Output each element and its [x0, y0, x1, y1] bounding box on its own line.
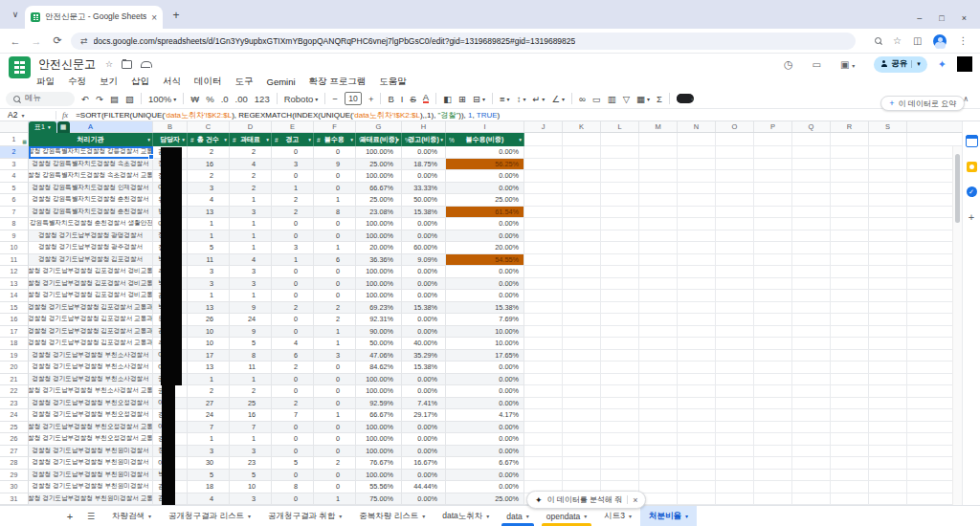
empty-cell[interactable]: [524, 433, 563, 446]
menu-data[interactable]: 데이터: [194, 76, 222, 88]
empty-cell[interactable]: [639, 338, 678, 350]
cell-value[interactable]: 5: [230, 470, 272, 482]
empty-cell[interactable]: [754, 422, 792, 434]
row-number-12[interactable]: 12: [0, 266, 29, 278]
empty-cell[interactable]: [716, 290, 754, 302]
cell-value[interactable]: 0: [314, 374, 356, 386]
empty-cell[interactable]: [601, 338, 639, 350]
font-size-decrease-icon[interactable]: −: [332, 94, 338, 104]
cell-value[interactable]: 0: [272, 433, 314, 446]
empty-cell[interactable]: [831, 362, 869, 374]
cell-value[interactable]: 84.62%: [356, 362, 402, 374]
cell-org[interactable]: 경찰청 경기도남부경찰청 김포경찰서 교통과: [29, 326, 153, 339]
strikethrough-icon[interactable]: S: [410, 94, 415, 104]
empty-cell[interactable]: [754, 218, 792, 230]
empty-cell[interactable]: [869, 133, 907, 146]
vertical-align-icon[interactable]: ↕▾: [517, 94, 526, 104]
menu-insert[interactable]: 삽입: [131, 76, 149, 88]
empty-cell[interactable]: [601, 254, 639, 267]
cell-value[interactable]: 0.00%: [402, 470, 446, 482]
cell-value[interactable]: 23: [230, 457, 272, 470]
menu-edit[interactable]: 수정: [68, 76, 86, 88]
empty-cell[interactable]: [678, 338, 716, 350]
empty-cell[interactable]: [792, 194, 831, 207]
cell-value[interactable]: 20.00%: [446, 242, 524, 254]
cell-value[interactable]: 0.00%: [446, 362, 524, 374]
empty-cell[interactable]: [831, 194, 869, 207]
cell-value[interactable]: 0: [272, 278, 314, 291]
empty-cell[interactable]: [754, 133, 792, 146]
cell-value[interactable]: 0.00%: [446, 183, 524, 195]
empty-cell[interactable]: [563, 159, 601, 171]
row-number-1[interactable]: 1▦: [0, 133, 29, 146]
font-select[interactable]: Roboto▾: [284, 94, 319, 104]
empty-cell[interactable]: [639, 302, 678, 315]
empty-cell[interactable]: [792, 470, 831, 482]
name-box[interactable]: A2 ▾: [0, 110, 50, 120]
filter-views-icon[interactable]: ▦▾: [636, 94, 650, 104]
cell-org[interactable]: 경찰청 경기도남부경찰청 부천오정경찰서: [29, 409, 153, 422]
empty-cell[interactable]: [678, 350, 716, 362]
cell-value[interactable]: 0: [272, 230, 314, 243]
empty-cell[interactable]: [639, 385, 678, 398]
cell-value[interactable]: 11: [188, 254, 230, 267]
italic-icon[interactable]: I: [401, 94, 404, 104]
cell-value[interactable]: 0.00%: [402, 326, 446, 339]
cell-org[interactable]: 경찰청 경기도남부경찰청 부천원미경찰서: [29, 481, 153, 493]
empty-cell[interactable]: [831, 230, 869, 243]
empty-cell[interactable]: [754, 493, 792, 506]
cell-value[interactable]: 24: [188, 409, 230, 422]
empty-cell[interactable]: [639, 242, 678, 254]
cell-org[interactable]: 경찰청 경기도남부경찰청 김포경찰서: [29, 254, 153, 267]
cell-value[interactable]: 0.00%: [446, 266, 524, 278]
empty-cell[interactable]: [601, 398, 639, 410]
empty-cell[interactable]: [678, 266, 716, 278]
menu-gemini[interactable]: Gemini: [267, 77, 296, 87]
cell-value[interactable]: 0.00%: [446, 470, 524, 482]
empty-cell[interactable]: [831, 385, 869, 398]
empty-cell[interactable]: [601, 133, 639, 146]
empty-cell[interactable]: [869, 385, 907, 398]
empty-cell[interactable]: [716, 183, 754, 195]
cell-value[interactable]: 10: [188, 326, 230, 339]
empty-cell[interactable]: [639, 481, 678, 493]
cell-value[interactable]: 0: [314, 422, 356, 434]
empty-cell[interactable]: [563, 266, 601, 278]
empty-cell[interactable]: [563, 374, 601, 386]
insert-chart-icon[interactable]: ▥: [608, 94, 616, 104]
chrome-tab[interactable]: 안전신문고 - Google Sheets ×: [25, 6, 163, 29]
empty-cell[interactable]: [754, 159, 792, 171]
cell-value[interactable]: 1: [314, 326, 356, 339]
column-menu-icon[interactable]: ▾: [519, 137, 522, 142]
row-number-2[interactable]: 2: [0, 146, 29, 159]
sheet-tab-menu-icon[interactable]: ▾: [629, 513, 632, 519]
sheet-tab-menu-icon[interactable]: ▾: [526, 513, 529, 519]
empty-cell[interactable]: [831, 207, 869, 219]
back-icon[interactable]: ←: [8, 35, 23, 47]
row-number-14[interactable]: 14: [0, 290, 29, 302]
minimize-icon[interactable]: –: [917, 13, 922, 23]
cell-org[interactable]: 경찰청 경기도남부경찰청 김포경찰서 경비교통과: [29, 266, 153, 278]
empty-cell[interactable]: [678, 146, 716, 159]
cell-value[interactable]: 3: [314, 350, 356, 362]
row-number-24[interactable]: 24: [0, 409, 29, 422]
calendar-icon[interactable]: [966, 135, 978, 147]
column-header-H[interactable]: H: [402, 121, 446, 132]
empty-cell[interactable]: [831, 338, 869, 350]
cell-value[interactable]: 0.00%: [446, 218, 524, 230]
empty-cell[interactable]: [524, 194, 563, 207]
empty-cell[interactable]: [524, 146, 563, 159]
side-panel-icon[interactable]: ◫: [913, 35, 922, 46]
present-icon[interactable]: ▣ ▾: [840, 59, 855, 70]
empty-cell[interactable]: [716, 374, 754, 386]
summarize-data-chip[interactable]: + 이 데이터로 요약: [880, 96, 965, 111]
empty-cell[interactable]: [601, 422, 639, 434]
cell-value[interactable]: 100.00%: [356, 374, 402, 386]
sheet-tab-1[interactable]: 차량검색▾: [103, 506, 160, 526]
insert-link-icon[interactable]: ∞: [579, 94, 586, 104]
empty-cell[interactable]: [563, 470, 601, 482]
empty-cell[interactable]: [869, 433, 907, 446]
cell-value[interactable]: 10: [188, 338, 230, 350]
empty-cell[interactable]: [563, 326, 601, 339]
empty-cell[interactable]: [869, 207, 907, 219]
